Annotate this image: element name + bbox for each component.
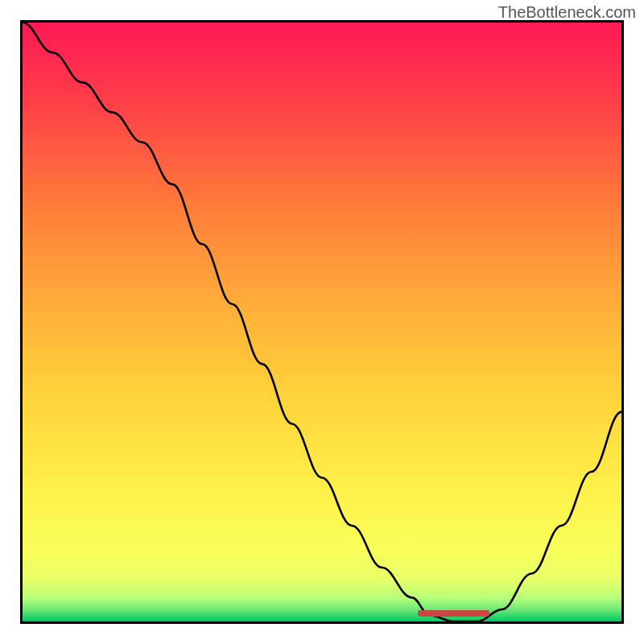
chart-plot-area [20,20,624,624]
watermark-text: TheBottleneck.com [498,3,636,22]
bottleneck-curve [23,23,621,621]
optimal-range-marker [418,610,489,617]
